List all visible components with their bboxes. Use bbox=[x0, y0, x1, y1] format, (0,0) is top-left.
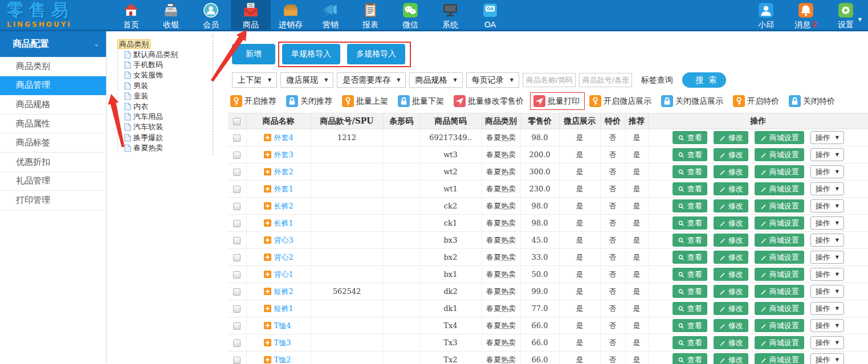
row-action-button-0[interactable]: 查看 bbox=[673, 251, 707, 264]
expand-plus-icon[interactable] bbox=[264, 133, 274, 142]
nav-item-marketing[interactable]: 营销 bbox=[311, 0, 351, 30]
sidebar-item-7[interactable]: 打印管理 bbox=[0, 191, 106, 210]
row-action-button-2[interactable]: 商城设置 bbox=[755, 182, 804, 195]
row-action-button-2[interactable]: 商城设置 bbox=[755, 336, 804, 349]
tree-node[interactable]: 男装 bbox=[118, 81, 228, 91]
row-checkbox[interactable] bbox=[233, 134, 241, 142]
row-checkbox[interactable] bbox=[233, 340, 241, 347]
sidebar-header[interactable]: 商品配置 ⌄ bbox=[0, 31, 106, 57]
row-action-button-0[interactable]: 查看 bbox=[673, 285, 707, 298]
row-action-button-0[interactable]: 查看 bbox=[673, 353, 707, 364]
row-operation-dropdown[interactable]: 操作▼ bbox=[810, 268, 844, 281]
batch-action-5[interactable]: 批量打印 bbox=[533, 95, 580, 107]
filter-input-0[interactable] bbox=[523, 73, 576, 87]
nav-item-oa[interactable]: OAOA bbox=[470, 0, 510, 30]
expand-plus-icon[interactable] bbox=[264, 355, 274, 364]
row-operation-dropdown[interactable]: 操作▼ bbox=[810, 182, 844, 195]
row-action-button-1[interactable]: 修改 bbox=[714, 165, 748, 178]
product-name-link[interactable]: 外套3 bbox=[274, 150, 294, 159]
nav-item-inventory[interactable]: 进销存 bbox=[271, 0, 311, 30]
nav-item-cashier[interactable]: 收银 bbox=[151, 0, 191, 30]
batch-action-7[interactable]: 关闭微店展示 bbox=[661, 95, 723, 107]
product-name-link[interactable]: 长裤2 bbox=[274, 202, 294, 210]
row-action-button-2[interactable]: 商城设置 bbox=[755, 148, 804, 161]
product-name-link[interactable]: T恤2 bbox=[274, 355, 291, 364]
row-action-button-2[interactable]: 商城设置 bbox=[755, 353, 804, 364]
nav-item-member[interactable]: 会员 bbox=[191, 0, 231, 30]
nav-item-report[interactable]: 报表 bbox=[351, 0, 390, 30]
product-name-link[interactable]: T恤4 bbox=[274, 321, 291, 330]
row-checkbox[interactable] bbox=[233, 203, 241, 210]
row-checkbox[interactable] bbox=[233, 237, 241, 244]
product-name-link[interactable]: 外套2 bbox=[274, 167, 294, 176]
filter-dropdown-3[interactable]: 商品规格▼ bbox=[409, 72, 462, 88]
toolbar-button-1[interactable]: 单规格导入 bbox=[282, 44, 340, 64]
product-name-link[interactable]: 背心3 bbox=[274, 236, 294, 244]
row-checkbox[interactable] bbox=[233, 186, 241, 193]
product-name-link[interactable]: 短裤1 bbox=[274, 304, 294, 313]
tree-node[interactable]: 内衣 bbox=[118, 101, 228, 112]
row-operation-dropdown[interactable]: 操作▼ bbox=[810, 319, 844, 332]
sidebar-item-3[interactable]: 商品属性 bbox=[0, 114, 106, 134]
row-action-button-2[interactable]: 商城设置 bbox=[755, 268, 804, 281]
sidebar-item-2[interactable]: 商品规格 bbox=[0, 95, 106, 114]
row-action-button-1[interactable]: 修改 bbox=[714, 148, 748, 161]
row-action-button-0[interactable]: 查看 bbox=[673, 234, 707, 247]
product-name-link[interactable]: 长裤1 bbox=[274, 219, 294, 227]
select-all-checkbox[interactable] bbox=[233, 118, 241, 125]
batch-action-8[interactable]: 开启特价 bbox=[733, 95, 779, 107]
row-action-button-2[interactable]: 商城设置 bbox=[755, 319, 804, 332]
topbar-user[interactable]: 小邱 bbox=[746, 0, 786, 30]
toolbar-button-2[interactable]: 多规格导入 bbox=[347, 44, 405, 64]
row-operation-dropdown[interactable]: 操作▼ bbox=[810, 336, 844, 349]
sidebar-item-6[interactable]: 礼品管理 bbox=[0, 172, 106, 191]
row-action-button-1[interactable]: 修改 bbox=[714, 234, 748, 247]
expand-plus-icon[interactable] bbox=[264, 219, 274, 227]
tree-node[interactable]: 女装服饰 bbox=[118, 70, 228, 80]
row-action-button-0[interactable]: 查看 bbox=[673, 319, 707, 332]
row-action-button-1[interactable]: 修改 bbox=[714, 268, 748, 281]
tree-node[interactable]: 汽车软装 bbox=[118, 122, 228, 132]
toolbar-button-0[interactable]: 新增 bbox=[232, 44, 275, 64]
tree-node[interactable]: 春夏热卖 bbox=[118, 143, 228, 153]
row-action-button-1[interactable]: 修改 bbox=[714, 336, 748, 349]
batch-action-3[interactable]: 批量下架 bbox=[398, 95, 444, 107]
row-action-button-2[interactable]: 商城设置 bbox=[755, 165, 804, 178]
row-action-button-2[interactable]: 商城设置 bbox=[755, 234, 804, 247]
sidebar-item-0[interactable]: 商品类别 bbox=[0, 57, 106, 76]
batch-action-1[interactable]: 关闭推荐 bbox=[286, 95, 332, 107]
row-checkbox[interactable] bbox=[233, 322, 241, 330]
nav-item-product[interactable]: 商品 bbox=[231, 0, 271, 30]
nav-item-home[interactable]: 首页 bbox=[111, 0, 151, 30]
row-action-button-0[interactable]: 查看 bbox=[673, 216, 707, 230]
row-action-button-0[interactable]: 查看 bbox=[673, 148, 707, 161]
batch-action-6[interactable]: 开启微店展示 bbox=[589, 95, 651, 107]
tree-root-node[interactable]: 商品类别 bbox=[114, 39, 228, 50]
row-action-button-0[interactable]: 查看 bbox=[673, 131, 707, 144]
expand-plus-icon[interactable] bbox=[264, 167, 274, 176]
product-name-link[interactable]: T恤3 bbox=[274, 338, 291, 347]
row-operation-dropdown[interactable]: 操作▼ bbox=[810, 251, 844, 264]
topbar-message[interactable]: 消息2 bbox=[786, 0, 826, 30]
expand-plus-icon[interactable] bbox=[264, 287, 274, 296]
sidebar-item-5[interactable]: 优惠折扣 bbox=[0, 153, 106, 172]
row-operation-dropdown[interactable]: 操作▼ bbox=[810, 234, 844, 247]
row-operation-dropdown[interactable]: 操作▼ bbox=[810, 216, 844, 230]
tree-node[interactable]: 汽车用品 bbox=[118, 112, 228, 122]
product-name-link[interactable]: 外套1 bbox=[274, 185, 294, 193]
tree-root-label[interactable]: 商品类别 bbox=[117, 39, 150, 49]
product-name-link[interactable]: 背心1 bbox=[274, 270, 294, 279]
row-checkbox[interactable] bbox=[233, 288, 241, 296]
row-operation-dropdown[interactable]: 操作▼ bbox=[810, 131, 844, 144]
sidebar-item-4[interactable]: 商品标签 bbox=[0, 133, 106, 153]
batch-action-0[interactable]: 开启推荐 bbox=[230, 95, 276, 107]
row-checkbox[interactable] bbox=[233, 152, 241, 159]
search-button[interactable]: 搜 索 bbox=[682, 72, 726, 88]
row-action-button-2[interactable]: 商城设置 bbox=[755, 302, 804, 315]
expand-plus-icon[interactable] bbox=[264, 338, 274, 347]
row-action-button-0[interactable]: 查看 bbox=[673, 199, 707, 212]
expand-plus-icon[interactable] bbox=[264, 253, 274, 261]
product-name-link[interactable]: 外套4 bbox=[274, 133, 294, 142]
row-action-button-2[interactable]: 商城设置 bbox=[755, 251, 804, 264]
expand-plus-icon[interactable] bbox=[264, 185, 274, 193]
